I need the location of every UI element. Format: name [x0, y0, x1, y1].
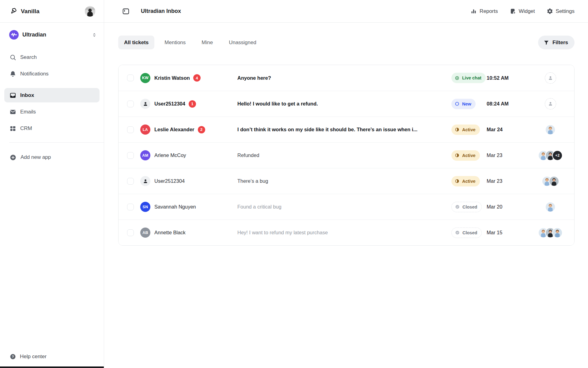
ticket-status: Closed	[451, 228, 487, 238]
row-checkbox[interactable]	[127, 101, 134, 107]
unread-count-badge: 1	[189, 100, 196, 108]
closed-status-icon	[455, 204, 460, 209]
sender-avatar: LA	[140, 125, 150, 135]
sender-initials: LA	[143, 128, 148, 132]
grid-icon	[9, 125, 16, 132]
action-label: Widget	[519, 8, 535, 14]
sender-initials: SN	[143, 205, 148, 209]
assignee-stack: +2	[538, 150, 563, 161]
ticket-status: New	[451, 99, 487, 109]
ticket-assignees	[533, 176, 568, 186]
ticket-row[interactable]: SN Savannah Nguyen Found a critical bug …	[119, 194, 574, 220]
assignee-stack	[545, 125, 556, 135]
status-badge: Closed	[451, 202, 482, 212]
ticket-row[interactable]: AB Annette Black Hey! I want to refund m…	[119, 220, 574, 245]
sender-name: Savannah Nguyen	[154, 204, 196, 210]
unread-count-badge: 4	[193, 74, 201, 82]
workspace-name: Ultradian	[22, 32, 46, 38]
ticket-time: Mar 23	[487, 178, 533, 184]
sender-avatar: SN	[140, 202, 150, 212]
ticket-assignees: +2	[533, 150, 568, 161]
ticket-assignees	[533, 125, 568, 135]
sidebar: Vanilla Ultradian Search Notifications I…	[0, 0, 104, 368]
status-badge: Closed	[451, 228, 482, 238]
sidebar-item-crm[interactable]: CRM	[4, 121, 100, 136]
ticket-row[interactable]: LA Leslie Alexander2 I don’t think it wo…	[119, 117, 574, 142]
ticket-message: There’s a bug	[237, 178, 451, 184]
sidebar-item-search[interactable]: Search	[4, 50, 100, 64]
status-label: Closed	[462, 230, 477, 235]
tab-label: Mine	[202, 40, 213, 46]
sender-name: Annette Black	[154, 230, 186, 236]
status-label: Active	[462, 153, 476, 158]
ticket-row[interactable]: KW Kristin Watson4 Anyone here? Live cha…	[119, 65, 574, 91]
status-label: New	[462, 102, 471, 106]
tab-mentions[interactable]: Mentions	[159, 36, 191, 49]
sidebar-nav: Search Notifications Inbox Emails CRM	[0, 50, 104, 136]
status-badge: New	[451, 99, 476, 109]
add-new-app-button[interactable]: Add new app	[4, 151, 100, 164]
inbox-icon	[9, 92, 16, 99]
ticket-message: Refunded	[237, 152, 451, 158]
sender-name: User2512304	[154, 178, 185, 184]
user-avatar[interactable]	[85, 6, 95, 17]
ticket-row[interactable]: User2512304 There’s a bug Active Mar 23	[119, 168, 574, 194]
ticket-row[interactable]: User25123041 Hello! I would like to get …	[119, 91, 574, 117]
tab-label: Mentions	[164, 40, 186, 46]
workspace-selector[interactable]: Ultradian	[9, 30, 97, 40]
sender-name: Kristin Watson	[154, 75, 190, 81]
app-logo: Vanilla	[9, 7, 40, 15]
ticket-message: Hey! I want to refund my latest purchase	[237, 230, 451, 236]
sidebar-toggle-icon[interactable]	[122, 7, 130, 15]
sidebar-item-inbox[interactable]: Inbox	[4, 88, 100, 102]
sender-initials: AM	[142, 153, 148, 158]
ticket-assignees	[533, 98, 568, 109]
assignee-avatar	[549, 176, 559, 186]
row-checkbox[interactable]	[127, 229, 134, 236]
sidebar-item-emails[interactable]: Emails	[4, 105, 100, 119]
filters-button[interactable]: Filters	[538, 36, 575, 49]
ticket-row[interactable]: AM Arlene McCoy Refunded Active Mar 23 +…	[119, 142, 574, 168]
row-checkbox[interactable]	[127, 152, 134, 159]
ticket-assignees	[533, 72, 568, 84]
gear-icon	[547, 8, 553, 14]
sender-name: Leslie Alexander	[154, 127, 194, 132]
ticket-status: Active	[451, 150, 487, 161]
app-name: Vanilla	[21, 8, 40, 15]
filters-label: Filters	[552, 40, 568, 46]
ticket-list: KW Kristin Watson4 Anyone here? Live cha…	[118, 65, 575, 246]
settings-button[interactable]: Settings	[547, 8, 575, 14]
status-badge: Active	[451, 176, 480, 186]
sender-avatar: KW	[140, 73, 150, 83]
row-checkbox[interactable]	[127, 204, 134, 210]
row-checkbox[interactable]	[127, 75, 134, 81]
row-checkbox[interactable]	[127, 126, 134, 133]
unread-count-badge: 2	[198, 126, 205, 133]
tab-mine[interactable]: Mine	[196, 36, 219, 49]
status-label: Live chat	[462, 75, 481, 80]
row-checkbox[interactable]	[127, 178, 134, 185]
person-icon	[143, 101, 148, 107]
help-center-button[interactable]: ? Help center	[9, 353, 94, 360]
reports-button[interactable]: Reports	[470, 8, 498, 14]
main-area: Ultradian Inbox Reports Widget Settings …	[104, 0, 588, 368]
sidebar-item-notifications[interactable]: Notifications	[4, 67, 100, 81]
funnel-icon	[543, 40, 549, 46]
tab-label: Unassigned	[229, 40, 256, 46]
widget-button[interactable]: Widget	[510, 8, 535, 14]
workspace-icon	[9, 30, 19, 40]
person-icon	[548, 101, 553, 106]
tab-unassigned[interactable]: Unassigned	[223, 36, 262, 49]
ticket-assignees	[533, 202, 568, 212]
page-title: Ultradian Inbox	[141, 8, 181, 14]
assignee-stack	[538, 228, 563, 238]
tab-all-tickets[interactable]: All tickets	[118, 36, 154, 49]
question-circle-icon: ?	[9, 353, 16, 360]
ticket-time: Mar 15	[487, 230, 533, 236]
closed-status-icon	[455, 230, 460, 235]
sidebar-item-label: Search	[20, 54, 37, 60]
sender-name: Arlene McCoy	[154, 152, 186, 158]
sender-block: User25123041	[154, 100, 237, 108]
ticket-time: Mar 24	[487, 127, 533, 132]
chevron-up-down-icon	[92, 32, 97, 38]
